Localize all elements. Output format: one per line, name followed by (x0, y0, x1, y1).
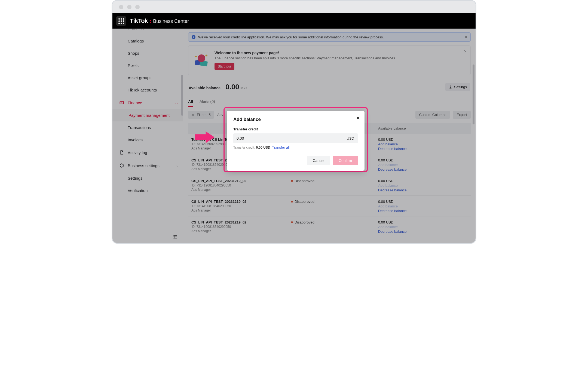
transfer-credit-input[interactable] (233, 133, 343, 143)
window-dot (119, 5, 123, 9)
svg-marker-3 (195, 131, 215, 143)
app-bar: TikTok: Business Center (112, 13, 476, 29)
window-titlebar (112, 1, 476, 13)
add-balance-dialog: Add balance ✕ Transfer credit USD Transf… (227, 111, 365, 171)
transfer-credit-hint: Transfer credit: 0.00 USD Transfer all (233, 145, 358, 149)
annotation-arrow-icon (195, 130, 215, 144)
transfer-credit-label: Transfer credit (233, 127, 358, 131)
hint-value: 0.00 USD (256, 146, 270, 149)
window-dot (135, 5, 140, 9)
apps-grid-button[interactable] (116, 16, 126, 26)
brand-colon-icon: : (149, 17, 151, 24)
brand: TikTok: Business Center (130, 17, 189, 24)
browser-frame: TikTok: Business Center Domains Catalogs… (112, 0, 476, 244)
confirm-button[interactable]: Confirm (333, 156, 358, 165)
brand-tiktok: TikTok (130, 17, 148, 24)
window-dot (127, 5, 131, 9)
dialog-close-button[interactable]: ✕ (356, 115, 360, 121)
apps-grid-icon (118, 18, 124, 24)
transfer-credit-currency: USD (343, 133, 358, 143)
cancel-button[interactable]: Cancel (307, 156, 330, 165)
transfer-all-link[interactable]: Transfer all (272, 145, 290, 149)
hint-prefix: Transfer credit: (233, 146, 256, 149)
brand-bc: Business Center (153, 19, 189, 24)
dialog-title: Add balance (233, 117, 358, 122)
